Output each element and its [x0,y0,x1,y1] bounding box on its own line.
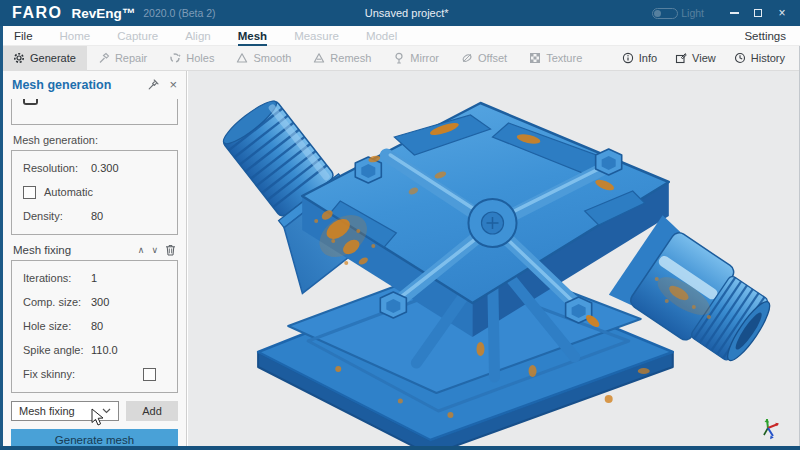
menu-file[interactable]: File [14,26,33,46]
close-button[interactable]: × [770,0,794,26]
menu-measure[interactable]: Measure [294,26,339,46]
resolution-row: Resolution: 0.300 [16,156,173,180]
toolbar: Generate Repair Holes Smooth Remesh Mirr… [0,46,800,71]
faro-logo: FARO [12,4,62,22]
hole-size-row: Hole size: 80 [16,314,173,338]
tool-offset[interactable]: Offset [450,46,518,71]
menubar: File Home Capture Align Mesh Measure Mod… [0,26,800,46]
theme-label: Light [681,7,704,19]
triangle-icon [236,52,248,64]
hammer-icon [98,52,110,64]
holes-icon [169,52,181,64]
fix-skinny-row: Fix skinny: [16,362,173,386]
partial-control-icon [23,99,38,105]
comp-size-row: Comp. size: 300 [16,290,173,314]
mesh-fixing-section-header: Mesh fixing ∧ ∨ [13,244,176,256]
version-label: 2020.0 (Beta 2) [143,7,215,19]
chevron-down-icon [102,408,111,414]
group-label-mesh-generation: Mesh generation: [13,134,176,146]
project-title: Unsaved project* [365,7,449,19]
tool-view[interactable]: View [666,46,725,71]
texture-icon [529,52,541,64]
iterations-row: Iterations: 1 [16,266,173,290]
spike-angle-row: Spike angle: 110.0 [16,338,173,362]
maximize-button[interactable] [746,0,770,26]
comp-size-value[interactable]: 300 [91,296,109,308]
tool-holes[interactable]: Holes [158,46,225,71]
titlebar: FARO RevEng™ 2020.0 (Beta 2) Unsaved pro… [0,0,800,26]
mirror-icon [393,52,405,64]
menu-settings[interactable]: Settings [744,30,786,42]
tool-texture[interactable]: Texture [518,46,593,71]
resolution-value[interactable]: 0.300 [91,162,119,174]
3d-viewport[interactable] [188,71,799,446]
menu-capture[interactable]: Capture [117,26,158,46]
mesh-fixing-group: Iterations: 1 Comp. size: 300 Hole size:… [11,260,178,393]
axis-triad-icon [764,419,779,439]
view-icon [675,52,687,64]
add-button[interactable]: Add [126,401,178,421]
minimize-button[interactable] [722,0,746,26]
theme-toggle[interactable] [652,8,678,19]
maximize-icon [754,9,762,17]
automatic-row: Automatic [16,180,173,204]
fix-skinny-checkbox[interactable] [143,368,156,381]
scrolled-group-remnant [11,99,178,125]
hole-size-value[interactable]: 80 [91,320,103,332]
pin-icon[interactable] [147,78,160,91]
panel-close-icon[interactable]: × [169,77,177,92]
spike-angle-value[interactable]: 110.0 [91,344,118,356]
remesh-icon [313,52,325,64]
tool-generate[interactable]: Generate [2,46,87,71]
pump-housing-mesh [188,71,799,446]
fixing-type-dropdown[interactable]: Mesh fixing [11,401,119,421]
info-icon [622,52,634,64]
density-row: Density: 80 [16,204,173,228]
mesh-generation-panel: Mesh generation × Mesh generation: Resol… [3,71,187,446]
iterations-value[interactable]: 1 [91,272,97,284]
panel-title: Mesh generation [12,78,138,92]
window-bottom-border [0,446,800,450]
window-left-border [0,26,3,450]
menu-model[interactable]: Model [366,26,397,46]
tool-repair[interactable]: Repair [87,46,158,71]
density-value[interactable]: 80 [91,210,103,222]
tool-remesh[interactable]: Remesh [302,46,382,71]
tool-mirror[interactable]: Mirror [382,46,450,71]
move-up-icon[interactable]: ∧ [138,245,145,255]
tool-info[interactable]: Info [613,46,666,71]
toggle-knob-icon [654,10,661,17]
menu-home[interactable]: Home [60,26,91,46]
menu-mesh[interactable]: Mesh [238,26,267,46]
menu-align[interactable]: Align [185,26,211,46]
move-down-icon[interactable]: ∨ [151,245,158,255]
history-icon [734,52,746,64]
tool-history[interactable]: History [725,46,794,71]
trash-icon[interactable] [165,244,176,256]
product-name: RevEng™ [71,6,135,21]
tool-smooth[interactable]: Smooth [225,46,302,71]
automatic-checkbox[interactable] [23,186,36,199]
mesh-generation-group: Resolution: 0.300 Automatic Density: 80 [11,150,178,235]
gear-icon [13,52,25,64]
minimize-icon [730,12,739,14]
offset-icon [461,52,473,64]
